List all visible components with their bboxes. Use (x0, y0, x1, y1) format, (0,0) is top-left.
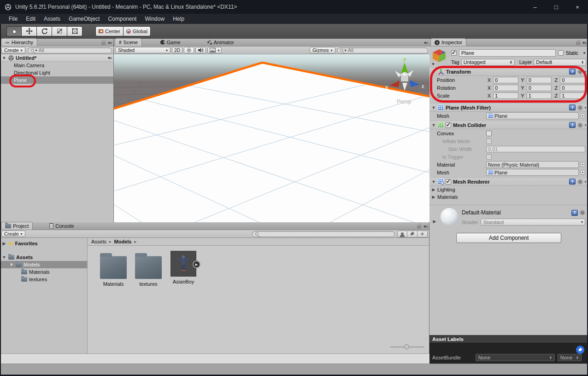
lock-icon[interactable] (417, 226, 421, 229)
asset-item-asianboy[interactable]: ▶ AsianBoy (164, 251, 203, 284)
asset-label-button[interactable] (576, 346, 584, 354)
hand-tool-button[interactable] (6, 26, 22, 36)
rotate-tool-button[interactable] (37, 26, 52, 36)
foldout-icon[interactable]: ▼ (2, 56, 6, 60)
menu-gameobject[interactable]: GameObject (65, 14, 104, 24)
foldout-icon[interactable]: ▼ (2, 255, 6, 260)
foldout-icon[interactable]: ▶ (431, 195, 436, 199)
pane-menu-icon[interactable]: ▾≡ (108, 40, 112, 45)
hierarchy-item-main-camera[interactable]: Main Camera (0, 62, 113, 69)
thumbnail-zoom-slider[interactable] (390, 344, 424, 350)
expand-arrow-icon[interactable]: ▶ (193, 260, 200, 268)
materials-foldout[interactable]: ▶ Materials (429, 193, 588, 201)
active-checkbox[interactable] (451, 50, 457, 56)
scene-search-input[interactable]: ▾ All (337, 47, 428, 53)
gizmos-dropdown[interactable]: Gizmos▾ (310, 47, 335, 53)
close-button[interactable]: × (567, 0, 588, 14)
position-y-field[interactable] (527, 77, 552, 83)
hierarchy-item-plane[interactable]: Plane (0, 76, 113, 84)
lock-icon[interactable] (576, 42, 580, 45)
draw-mode-dropdown[interactable]: Shaded▾ (115, 47, 171, 53)
preview-dropdown-icon[interactable]: ▼ (431, 62, 435, 66)
assetbundle-dropdown[interactable]: None▲▼ (476, 354, 555, 361)
breadcrumb-models[interactable]: Models (114, 239, 132, 244)
help-icon[interactable] (569, 179, 576, 185)
mesh-object-field[interactable]: Plane (486, 112, 579, 119)
shader-dropdown[interactable]: Standard▾ (481, 219, 585, 226)
scene-menu-icon[interactable]: ▾≡ (108, 56, 112, 60)
pane-menu-icon[interactable]: ▾≡ (423, 224, 427, 229)
scale-z-field[interactable] (560, 93, 585, 99)
move-tool-button[interactable] (22, 26, 37, 36)
assetbundle-variant-dropdown[interactable]: None▲▼ (558, 354, 582, 361)
mesh-renderer-header[interactable]: ▼ Mesh Renderer ▾ (429, 177, 588, 186)
tree-textures[interactable]: textures (0, 276, 87, 283)
pane-menu-icon[interactable]: ▾≡ (582, 40, 586, 45)
object-picker-icon[interactable] (580, 170, 585, 175)
tab-console[interactable]: Console (46, 222, 77, 230)
help-icon[interactable] (569, 122, 576, 128)
help-icon[interactable] (569, 104, 576, 110)
static-dropdown-icon[interactable]: ▼ (582, 51, 586, 55)
tab-scene[interactable]: # Scene (115, 38, 142, 46)
asset-item-textures[interactable]: textures (129, 252, 168, 287)
foldout-icon[interactable]: ▼ (9, 262, 14, 267)
menu-file[interactable]: File (5, 14, 22, 24)
rotation-z-field[interactable] (560, 85, 585, 91)
menu-assets[interactable]: Assets (40, 14, 65, 24)
tag-dropdown[interactable]: Untagged▲▼ (461, 59, 515, 66)
position-x-field[interactable] (493, 77, 518, 83)
mesh-collider-header[interactable]: ▼ Mesh Collider ▾ (429, 121, 588, 129)
scale-tool-button[interactable] (52, 26, 67, 36)
gear-icon[interactable]: ▾ (577, 179, 586, 185)
tree-materials[interactable]: Materials (0, 268, 87, 276)
project-create-button[interactable]: Create▾ (1, 231, 25, 237)
slider-knob[interactable] (404, 344, 409, 349)
tab-project[interactable]: Project (1, 222, 33, 230)
favorites-filter-button[interactable]: ★ (417, 231, 428, 237)
scene-viewport[interactable]: y x z Persp (114, 54, 429, 222)
lighting-foldout[interactable]: ▶ Lighting (429, 186, 588, 193)
collider-mesh-field[interactable]: Plane (486, 169, 579, 176)
object-picker-icon[interactable] (580, 162, 585, 167)
renderer-enabled-checkbox[interactable] (446, 179, 451, 185)
help-icon[interactable] (569, 69, 576, 75)
lock-icon[interactable] (101, 42, 106, 45)
menu-help[interactable]: Help (169, 14, 188, 24)
foldout-icon[interactable]: ▶ (432, 219, 437, 226)
scale-x-field[interactable] (493, 93, 518, 99)
collider-enabled-checkbox[interactable] (446, 122, 451, 128)
rotation-x-field[interactable] (493, 85, 518, 91)
add-component-button[interactable]: Add Component (456, 233, 561, 243)
rotation-y-field[interactable] (527, 85, 552, 91)
tab-game[interactable]: Game (157, 38, 184, 46)
pane-menu-icon[interactable]: ▾≡ (424, 40, 428, 45)
scene-root-row[interactable]: ▼ Untitled* ▾≡ (0, 54, 113, 62)
tab-hierarchy[interactable]: ≔ Hierarchy (1, 38, 37, 46)
gear-icon[interactable]: ▾ (577, 122, 586, 128)
hierarchy-item-directional-light[interactable]: Directional Light (0, 69, 113, 76)
search-by-type-button[interactable] (397, 231, 407, 237)
foldout-icon[interactable]: ▼ (431, 123, 436, 127)
help-icon[interactable] (571, 210, 578, 216)
position-z-field[interactable] (560, 77, 585, 83)
menu-component[interactable]: Component (104, 14, 141, 24)
project-search-input[interactable] (252, 231, 395, 237)
hierarchy-create-button[interactable]: Create▾ (1, 47, 25, 53)
mesh-filter-header[interactable]: ▼ Plane (Mesh Filter) ▾ (429, 103, 588, 112)
space-mode-button[interactable]: Global (123, 26, 151, 36)
breadcrumb-assets[interactable]: Assets (91, 239, 106, 244)
foldout-icon[interactable]: ▶ (431, 187, 436, 192)
minimize-button[interactable]: – (524, 0, 546, 14)
tree-models[interactable]: ▼ Models (0, 261, 87, 268)
layer-dropdown[interactable]: Default▲▼ (534, 59, 586, 66)
asset-item-materials[interactable]: Materials (94, 252, 133, 287)
lighting-toggle-button[interactable] (184, 47, 194, 53)
foldout-icon[interactable]: ▼ (431, 179, 436, 184)
convex-checkbox[interactable] (486, 131, 492, 136)
audio-toggle-button[interactable] (195, 47, 206, 53)
maximize-button[interactable]: □ (546, 0, 567, 14)
gameobject-name-field[interactable] (459, 49, 556, 57)
transform-header[interactable]: ▼ Transform ▾ (429, 67, 588, 76)
hierarchy-search-input[interactable]: ▾ All (28, 47, 112, 53)
